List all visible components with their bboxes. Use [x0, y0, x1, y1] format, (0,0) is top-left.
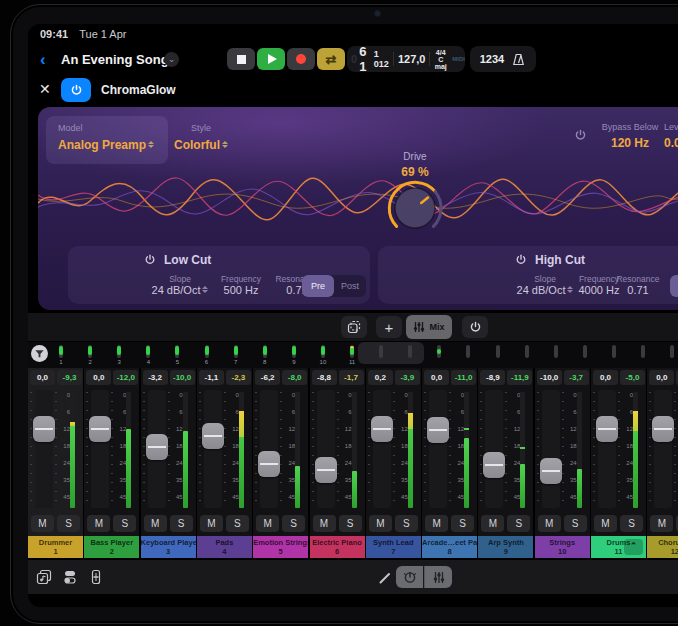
peak-value[interactable]: -9,3 [57, 370, 82, 385]
mute-button[interactable]: M [481, 515, 504, 532]
track-name-block[interactable]: Arcade…eet Pad8 [422, 536, 477, 558]
mix-view-button[interactable]: Mix [406, 315, 452, 339]
volume-value[interactable]: 0,0 [649, 370, 674, 385]
volume-value[interactable]: -3,2 [143, 370, 168, 385]
solo-button[interactable]: S [170, 515, 193, 532]
style-selector[interactable]: Style Colorful [156, 116, 246, 152]
peak-value[interactable]: -3,9 [395, 370, 420, 385]
plugin-power-button[interactable] [61, 78, 91, 102]
mute-button[interactable]: M [256, 515, 279, 532]
level-control[interactable]: Level 0.0 [664, 122, 678, 150]
post-segment[interactable]: Post [334, 275, 366, 297]
controls-view-button[interactable] [396, 566, 423, 588]
model-selector[interactable]: Model Analog Preamp [46, 116, 168, 164]
track-name-block[interactable]: Emotion Strings5 [253, 536, 308, 558]
fader-handle[interactable] [652, 416, 674, 442]
mute-button[interactable]: M [200, 515, 223, 532]
pre-segment[interactable]: Pre [670, 275, 678, 297]
bypass-control[interactable]: Bypass Below 120 Hz [594, 122, 666, 150]
volume-value[interactable]: -8,9 [480, 370, 505, 385]
track-name-block[interactable]: Bass Player2 [84, 536, 139, 558]
track-navigator[interactable]: 1234567891011 [28, 342, 678, 368]
fader-handle[interactable] [315, 457, 337, 483]
fader-handle[interactable] [540, 458, 562, 484]
loop-browser-icon[interactable] [36, 569, 52, 585]
track-name-block[interactable]: Arp Synth9 [478, 536, 533, 558]
mute-button[interactable]: M [313, 515, 336, 532]
volume-value[interactable]: -8,8 [312, 370, 337, 385]
peak-value[interactable]: -10,0 [170, 370, 195, 385]
track-name-block[interactable]: Electric Piano6 [310, 536, 365, 558]
peak-value[interactable]: -1,7 [339, 370, 364, 385]
solo-button[interactable]: S [282, 515, 305, 532]
lowcut-slope[interactable]: Slope 24 dB/Oct [148, 274, 212, 296]
fader-handle[interactable] [371, 416, 393, 442]
lowcut-power-icon[interactable] [144, 254, 156, 266]
bypass-power-icon[interactable] [574, 129, 587, 142]
highcut-resonance[interactable]: Resonance 0.71 [611, 274, 665, 296]
volume-value[interactable]: 0,0 [30, 370, 55, 385]
peak-value[interactable]: -2,3 [226, 370, 251, 385]
cycle-button[interactable]: ⇄ [317, 48, 345, 70]
track-name-block[interactable]: Strings10 [535, 536, 590, 558]
highcut-prepost-toggle[interactable]: Pre Post [670, 275, 678, 297]
mute-button[interactable]: M [369, 515, 392, 532]
solo-button[interactable]: S [113, 515, 136, 532]
lcd-display[interactable]: 0 6 1 1 012 127,0 4/4 C maj MIDI [347, 46, 465, 72]
peak-value[interactable]: -3,7 [564, 370, 589, 385]
peak-value[interactable]: -8,0 [282, 370, 307, 385]
add-track-button[interactable]: + [376, 316, 402, 338]
solo-button[interactable]: S [564, 515, 587, 532]
peak-value[interactable]: -11,9 [507, 370, 532, 385]
volume-value[interactable]: -6,2 [255, 370, 280, 385]
fader-handle[interactable] [427, 417, 449, 443]
fader-handle[interactable] [596, 416, 618, 442]
volume-value[interactable]: 0,2 [368, 370, 393, 385]
mixer-power-button[interactable] [462, 316, 488, 338]
track-name-block[interactable]: Keyboard Player3 [141, 536, 196, 558]
plugins-icon[interactable] [62, 569, 78, 585]
mute-button[interactable]: M [538, 515, 561, 532]
fader-handle[interactable] [483, 452, 505, 478]
volume-value[interactable]: -10,0 [537, 370, 562, 385]
volume-value[interactable]: 0,0 [424, 370, 449, 385]
song-title[interactable]: An Evening Song [61, 52, 169, 67]
metronome-icon[interactable] [511, 52, 526, 67]
fader-handle[interactable] [146, 434, 168, 460]
volume-value[interactable]: 0,0 [86, 370, 111, 385]
solo-button[interactable]: S [395, 515, 418, 532]
mute-button[interactable]: M [87, 515, 110, 532]
count-in-button[interactable]: 1234 [480, 53, 504, 65]
highcut-slope[interactable]: Slope 24 dB/Oct [513, 274, 577, 296]
track-name-block[interactable]: Synth Lead7 [366, 536, 421, 558]
pre-segment[interactable]: Pre [302, 275, 334, 297]
lowcut-frequency[interactable]: Frequency 500 Hz [214, 274, 268, 296]
mixer-view-button[interactable] [424, 566, 452, 588]
pencil-icon[interactable] [378, 571, 392, 585]
mute-button[interactable]: M [31, 515, 54, 532]
solo-button[interactable]: S [57, 515, 80, 532]
collapse-stack-button[interactable]: ⌃ [624, 539, 643, 555]
fader-handle[interactable] [258, 451, 280, 477]
mute-button[interactable]: M [650, 515, 673, 532]
solo-button[interactable]: S [339, 515, 362, 532]
drive-knob[interactable] [385, 178, 445, 238]
solo-button[interactable]: S [226, 515, 249, 532]
solo-button[interactable]: S [451, 515, 474, 532]
mute-button[interactable]: M [425, 515, 448, 532]
record-button[interactable] [287, 48, 315, 70]
close-plugin-icon[interactable]: ✕ [39, 81, 51, 97]
play-button[interactable] [257, 48, 285, 70]
fader-handle[interactable] [33, 416, 55, 442]
highcut-power-icon[interactable] [515, 254, 527, 266]
mute-button[interactable]: M [144, 515, 167, 532]
track-name-block[interactable]: Chorus V12 [647, 536, 678, 558]
solo-button[interactable]: S [507, 515, 530, 532]
mute-button[interactable]: M [594, 515, 617, 532]
peak-value[interactable]: -12,0 [113, 370, 138, 385]
stop-button[interactable] [227, 48, 255, 70]
volume-value[interactable]: 0,0 [593, 370, 618, 385]
back-chevron-icon[interactable]: ‹ [40, 50, 46, 70]
track-name-block[interactable]: Pads4 [197, 536, 252, 558]
song-menu-disclosure-icon[interactable]: ⌄ [164, 52, 179, 67]
